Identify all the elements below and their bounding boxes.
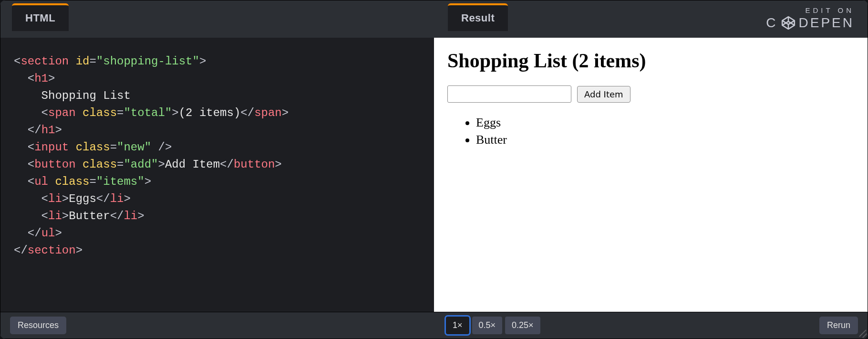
code-token: > xyxy=(172,106,178,119)
zoom-1x-button[interactable]: 1× xyxy=(446,317,469,334)
code-token: li xyxy=(48,210,62,222)
code-token: "add" xyxy=(124,158,158,171)
code-token: button xyxy=(234,158,275,171)
add-item-button[interactable]: Add Item xyxy=(577,86,630,103)
code-token: > xyxy=(275,158,281,171)
code-token: < xyxy=(28,141,34,154)
zoom-controls: 1× 0.5× 0.25× xyxy=(446,317,540,334)
code-token: "shopping-list" xyxy=(96,55,199,68)
code-token: Butter xyxy=(69,210,110,222)
code-token: > xyxy=(199,55,206,68)
resources-button[interactable]: Resources xyxy=(10,317,66,334)
code-token: < xyxy=(28,72,34,85)
tab-result[interactable]: Result xyxy=(448,3,508,31)
code-token: li xyxy=(124,210,137,222)
panes: <section id="shopping-list"> <h1> Shoppi… xyxy=(0,38,868,312)
code-token: ul xyxy=(41,227,55,240)
code-token: h1 xyxy=(41,124,55,137)
code-token: > xyxy=(62,192,69,205)
zoom-05x-button[interactable]: 0.5× xyxy=(472,317,503,334)
code-token: </ xyxy=(220,158,234,171)
html-editor[interactable]: <section id="shopping-list"> <h1> Shoppi… xyxy=(0,38,434,312)
codepen-logo-icon xyxy=(781,15,796,31)
code-token: < xyxy=(28,175,34,188)
code-token: li xyxy=(48,192,62,205)
brand-name-left: C xyxy=(766,15,777,31)
brand-link[interactable]: EDIT ON C DEPEN xyxy=(766,6,854,31)
code-token: > xyxy=(62,210,69,222)
code-token: section xyxy=(21,55,69,68)
code-token: /> xyxy=(151,141,172,154)
code-token: span xyxy=(48,106,76,119)
items-list: Eggs Butter xyxy=(447,114,854,149)
resize-handle-icon[interactable] xyxy=(856,327,867,338)
code-token: button xyxy=(34,158,75,171)
zoom-025x-button[interactable]: 0.25× xyxy=(505,317,540,334)
code-token: </ xyxy=(28,227,41,240)
new-item-input[interactable] xyxy=(447,85,571,103)
code-token: </ xyxy=(240,106,254,119)
brand-edit-on-label: EDIT ON xyxy=(766,6,854,14)
code-token: = xyxy=(89,175,96,188)
rerun-button[interactable]: Rerun xyxy=(819,317,858,334)
tab-html[interactable]: HTML xyxy=(12,3,69,31)
code-token: class xyxy=(83,106,117,119)
code-token: </ xyxy=(96,192,110,205)
code-token: class xyxy=(76,141,110,154)
code-token: Shopping List xyxy=(41,89,131,102)
code-token: > xyxy=(282,106,289,119)
code-token: > xyxy=(55,227,62,240)
code-token: > xyxy=(124,192,130,205)
code-token: > xyxy=(158,158,165,171)
result-preview: Shopping List (2 items) Add Item Eggs Bu… xyxy=(434,38,868,312)
header-bar: HTML Result EDIT ON C DEPEN xyxy=(0,0,868,38)
code-token: Add Item xyxy=(165,158,220,171)
code-token: > xyxy=(76,244,83,257)
code-token: "new" xyxy=(117,141,151,154)
code-token: > xyxy=(55,124,62,137)
code-token: = xyxy=(117,158,124,171)
code-token: </ xyxy=(110,210,124,222)
code-token: > xyxy=(137,210,144,222)
code-token: span xyxy=(254,106,282,119)
code-token: < xyxy=(41,192,48,205)
code-token: input xyxy=(34,141,69,154)
code-token: = xyxy=(89,55,96,68)
code-token: < xyxy=(28,158,34,171)
code-token: = xyxy=(117,106,124,119)
codepen-embed: HTML Result EDIT ON C DEPEN <secti xyxy=(0,0,868,339)
code-token: </ xyxy=(14,244,28,257)
code-token: class xyxy=(83,158,117,171)
code-token: < xyxy=(41,106,48,119)
code-token: > xyxy=(48,72,55,85)
code-token: id xyxy=(76,55,90,68)
brand-name-right: DEPEN xyxy=(799,15,854,31)
code-token: = xyxy=(110,141,117,154)
code-token: > xyxy=(145,175,151,188)
code-token: h1 xyxy=(34,72,48,85)
code-token: </ xyxy=(28,124,41,137)
result-heading: Shopping List (2 items) xyxy=(447,49,854,72)
footer-bar: Resources 1× 0.5× 0.25× Rerun xyxy=(0,312,868,339)
code-token: (2 items) xyxy=(179,106,241,119)
code-token: < xyxy=(14,55,21,68)
list-item: Eggs xyxy=(476,114,854,131)
code-token: < xyxy=(41,210,48,222)
code-token: class xyxy=(55,175,89,188)
code-token: "total" xyxy=(124,106,172,119)
code-token: li xyxy=(110,192,124,205)
list-item: Butter xyxy=(476,131,854,148)
code-token: section xyxy=(28,244,76,257)
code-token: Eggs xyxy=(69,192,96,205)
code-token: ul xyxy=(34,175,48,188)
code-token: "items" xyxy=(96,175,145,188)
